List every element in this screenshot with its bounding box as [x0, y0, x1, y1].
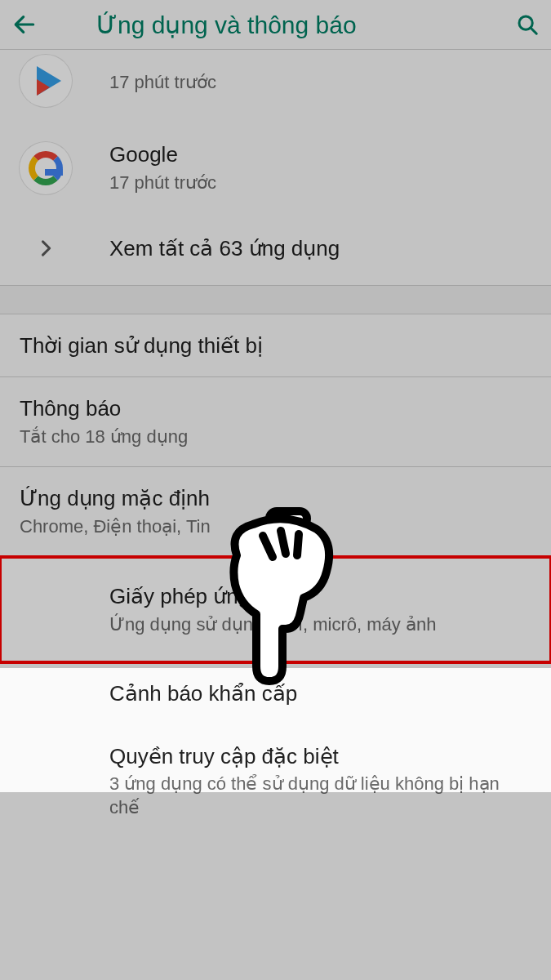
- svg-line-2: [531, 28, 536, 33]
- section-title: Ứng dụng mặc định: [20, 485, 531, 512]
- section-default-apps[interactable]: Ứng dụng mặc định Chrome, Điện thoại, Ti…: [0, 467, 551, 556]
- recent-app-row[interactable]: Google 17 phút trước: [0, 123, 551, 212]
- see-all-apps-label: Xem tất cả 63 ứng dụng: [109, 235, 531, 262]
- section-app-permissions[interactable]: Giấy phép ứng dụng Ứng dụng sử dụng vị t…: [0, 557, 551, 662]
- section-title: Quyền truy cập đặc biệt: [109, 743, 531, 770]
- section-subtitle: Chrome, Điện thoại, Tin: [20, 515, 531, 539]
- section-notifications[interactable]: Thông báo Tắt cho 18 ứng dụng: [0, 377, 551, 466]
- recent-app-row[interactable]: 17 phút trước: [0, 50, 551, 123]
- section-title: Giấy phép ứng dụng: [109, 583, 531, 610]
- recent-app-title: Google: [109, 141, 531, 168]
- section-subtitle: Ứng dụng sử dụng vị trí, micrô, máy ảnh: [109, 613, 531, 637]
- chevron-right-icon: [34, 237, 57, 260]
- section-screen-time[interactable]: Thời gian sử dụng thiết bị: [0, 314, 551, 377]
- search-button[interactable]: [504, 12, 540, 37]
- section-special-access[interactable]: Quyền truy cập đặc biệt 3 ứng dụng có th…: [0, 725, 551, 838]
- recent-app-subtitle: 17 phút trước: [109, 172, 531, 195]
- section-title: Thông báo: [20, 395, 531, 422]
- page-title: Ứng dụng và thông báo: [96, 11, 504, 39]
- section-title: Thời gian sử dụng thiết bị: [20, 332, 531, 359]
- search-icon: [515, 12, 540, 37]
- app-bar: Ứng dụng và thông báo: [0, 0, 551, 49]
- section-emergency-alerts[interactable]: Cảnh báo khẩn cấp: [0, 662, 551, 725]
- section-subtitle: Tắt cho 18 ứng dụng: [20, 425, 531, 449]
- section-spacer: [0, 285, 551, 314]
- back-button[interactable]: [11, 11, 47, 38]
- section-subtitle: 3 ứng dụng có thể sử dụng dữ liệu không …: [109, 773, 531, 819]
- google-icon: [20, 142, 72, 194]
- play-store-icon: [20, 55, 72, 107]
- section-title: Cảnh báo khẩn cấp: [109, 680, 531, 707]
- recent-app-subtitle: 17 phút trước: [109, 71, 531, 95]
- see-all-apps-row[interactable]: Xem tất cả 63 ứng dụng: [0, 212, 551, 285]
- arrow-back-icon: [11, 11, 38, 38]
